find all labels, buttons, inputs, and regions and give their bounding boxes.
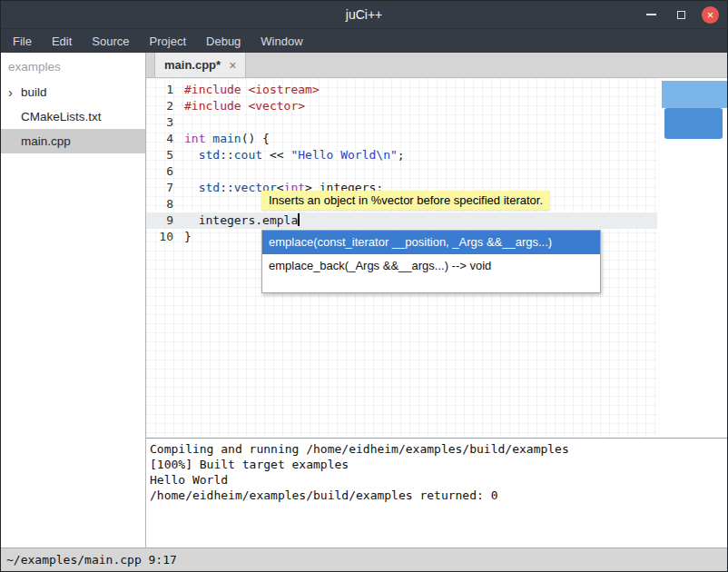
code-line-current: 9 integers.empla <box>146 212 657 229</box>
doc-tooltip: Inserts an object in %vector before spec… <box>261 191 550 210</box>
statusbar: ~/examples/main.cpp 9:17 <box>1 547 727 571</box>
file-tree-sidebar: examples › build CMakeLists.txt main.cpp <box>1 53 146 547</box>
close-button[interactable]: × <box>702 6 719 24</box>
code-line: 1 #include <iostream> <box>146 82 657 98</box>
code-line: 5 std::cout << "Hello World\n"; <box>146 147 657 163</box>
menu-item-window[interactable]: Window <box>251 29 312 53</box>
window-controls: × <box>642 5 719 24</box>
line-number: 1 <box>146 82 173 98</box>
sidebar-item-cmakelists[interactable]: CMakeLists.txt <box>1 104 145 129</box>
minimize-button[interactable] <box>642 5 660 24</box>
output-line: [100%] Built target examples <box>150 457 723 472</box>
sidebar-item-main-cpp[interactable]: main.cpp <box>1 129 145 153</box>
status-file-position: ~/examples/main.cpp 9:17 <box>6 553 177 567</box>
sidebar-item-build[interactable]: › build <box>1 80 145 104</box>
chevron-right-icon[interactable]: › <box>8 85 21 99</box>
scroll-overview-handle[interactable] <box>664 108 723 139</box>
tree-item-label: build <box>21 85 47 99</box>
menubar: File Edit Source Project Debug Window <box>1 28 727 53</box>
restore-button[interactable] <box>672 5 690 24</box>
code-line: 3 <box>146 114 657 131</box>
menu-item-edit[interactable]: Edit <box>42 29 82 53</box>
completion-item-emplace-back[interactable]: emplace_back(_Args &&__args...) --> void <box>262 254 600 278</box>
menu-item-file[interactable]: File <box>3 29 42 53</box>
line-number: 4 <box>146 131 173 147</box>
completion-item-emplace[interactable]: emplace(const_iterator __position, _Args… <box>262 231 600 254</box>
tree-item-label: main.cpp <box>21 134 71 148</box>
close-icon[interactable]: × <box>229 58 236 73</box>
line-number: 6 <box>146 163 173 180</box>
titlebar: juCi++ × <box>1 1 727 28</box>
menu-item-source[interactable]: Source <box>82 29 139 53</box>
line-number: 3 <box>146 114 173 131</box>
output-line: /home/eidheim/examples/build/examples re… <box>150 488 723 503</box>
text-cursor <box>298 213 300 226</box>
restore-icon <box>677 11 685 19</box>
scroll-overview-region <box>662 81 727 108</box>
code-line: 2 #include <vector> <box>146 98 657 114</box>
menu-item-project[interactable]: Project <box>140 29 196 53</box>
close-icon: × <box>707 9 714 21</box>
tab-label: main.cpp* <box>164 58 221 72</box>
sidebar-header: examples <box>1 53 145 80</box>
window-title: juCi++ <box>346 7 382 22</box>
line-number: 10 <box>146 229 173 245</box>
tabbar: main.cpp* × <box>146 53 727 78</box>
output-line: Hello World <box>150 472 723 488</box>
line-number: 5 <box>146 147 173 163</box>
menu-item-debug[interactable]: Debug <box>196 29 251 53</box>
output-panel[interactable]: Compiling and running /home/eidheim/exam… <box>146 438 727 547</box>
tab-main-cpp[interactable]: main.cpp* × <box>154 53 246 77</box>
output-line: Compiling and running /home/eidheim/exam… <box>150 441 723 457</box>
app-window: juCi++ × File Edit Source Project Debug … <box>0 0 728 572</box>
line-number: 7 <box>146 180 173 196</box>
line-number: 8 <box>146 196 173 212</box>
line-number: 2 <box>146 98 173 114</box>
minimize-icon <box>646 14 656 15</box>
code-line: 6 <box>146 163 657 180</box>
code-editor[interactable]: 1 #include <iostream> 2 #include <vector… <box>146 78 727 438</box>
autocomplete-popup: emplace(const_iterator __position, _Args… <box>261 230 601 293</box>
tree-item-label: CMakeLists.txt <box>21 110 102 123</box>
line-number: 9 <box>146 212 173 229</box>
code-line: 4 int main() { <box>146 131 657 147</box>
